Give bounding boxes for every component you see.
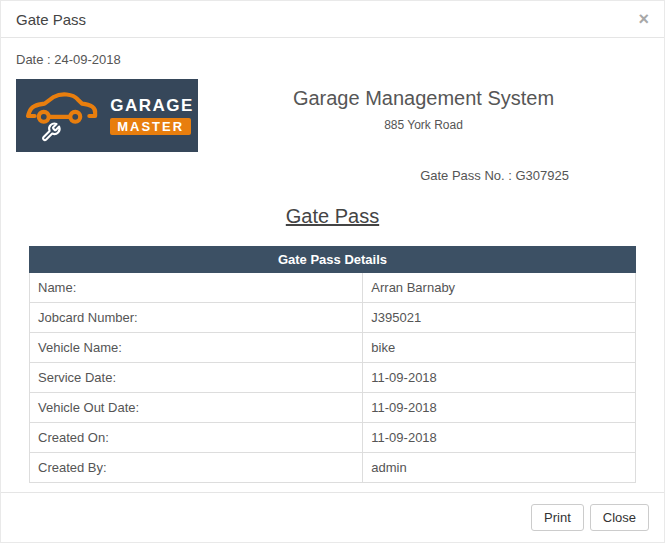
row-value: 11-09-2018 bbox=[363, 423, 636, 453]
print-button[interactable]: Print bbox=[531, 504, 584, 531]
wrench-icon bbox=[43, 123, 60, 140]
car-icon bbox=[20, 87, 104, 145]
row-value: Arran Barnaby bbox=[363, 273, 636, 303]
row-label: Created On: bbox=[30, 423, 363, 453]
modal-header: Gate Pass × bbox=[1, 1, 664, 38]
logo: GARAGE MASTER bbox=[16, 79, 198, 152]
logo-icons bbox=[20, 87, 104, 145]
row-value: bike bbox=[363, 333, 636, 363]
row-label: Jobcard Number: bbox=[30, 303, 363, 333]
logo-line2: MASTER bbox=[110, 118, 191, 135]
modal-footer: Print Close bbox=[1, 492, 664, 542]
table-header: Gate Pass Details bbox=[30, 247, 636, 273]
gate-pass-number: Gate Pass No. : G307925 bbox=[16, 168, 649, 183]
gate-pass-modal: Gate Pass × Date : 24-09-2018 bbox=[0, 0, 665, 543]
table-row: Jobcard Number: J395021 bbox=[30, 303, 636, 333]
table-header-row: Gate Pass Details bbox=[30, 247, 636, 273]
company-address: 885 York Road bbox=[198, 118, 649, 132]
modal-title: Gate Pass bbox=[16, 11, 86, 28]
table-row: Created On: 11-09-2018 bbox=[30, 423, 636, 453]
table-row: Service Date: 11-09-2018 bbox=[30, 363, 636, 393]
row-value: J395021 bbox=[363, 303, 636, 333]
row-label: Created By: bbox=[30, 453, 363, 483]
date-text: Date : 24-09-2018 bbox=[16, 52, 649, 67]
close-button[interactable]: Close bbox=[590, 504, 649, 531]
table-row: Vehicle Name: bike bbox=[30, 333, 636, 363]
row-label: Name: bbox=[30, 273, 363, 303]
row-value: 11-09-2018 bbox=[363, 393, 636, 423]
brand-row: GARAGE MASTER Garage Management System 8… bbox=[16, 79, 649, 152]
table-row: Vehicle Out Date: 11-09-2018 bbox=[30, 393, 636, 423]
logo-line1: GARAGE bbox=[110, 96, 194, 116]
company-name: Garage Management System bbox=[198, 87, 649, 110]
gate-pass-details-table: Gate Pass Details Name: Arran Barnaby Jo… bbox=[29, 246, 636, 483]
table-row: Created By: admin bbox=[30, 453, 636, 483]
logo-text: GARAGE MASTER bbox=[110, 96, 194, 135]
row-value: admin bbox=[363, 453, 636, 483]
row-label: Service Date: bbox=[30, 363, 363, 393]
table-row: Name: Arran Barnaby bbox=[30, 273, 636, 303]
company-block: Garage Management System 885 York Road bbox=[198, 79, 649, 132]
modal-body: Date : 24-09-2018 bbox=[1, 38, 664, 492]
row-value: 11-09-2018 bbox=[363, 363, 636, 393]
section-title: Gate Pass bbox=[16, 205, 649, 228]
row-label: Vehicle Out Date: bbox=[30, 393, 363, 423]
row-label: Vehicle Name: bbox=[30, 333, 363, 363]
close-icon[interactable]: × bbox=[638, 10, 649, 28]
